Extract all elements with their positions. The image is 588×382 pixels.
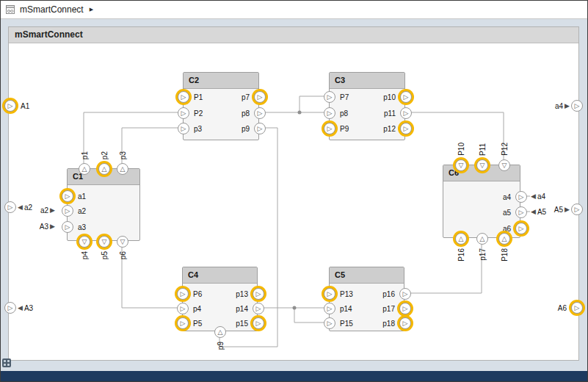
port-c4-P6[interactable]: ▷ P6 — [177, 288, 189, 300]
stub-c6-a4[interactable]: ◀ a4 — [531, 192, 545, 201]
port-label: p13 — [236, 290, 248, 298]
port-c1-p1[interactable]: △ p1 — [79, 163, 90, 175]
port-c4-P5[interactable]: ▷ P5 — [177, 317, 189, 329]
port-circle: ▽ — [498, 159, 510, 171]
port-out-icon: ▷ — [404, 110, 409, 117]
port-c6-p17[interactable]: △ p17 — [476, 233, 488, 245]
port-in-icon: ▷ — [327, 306, 333, 312]
stub-label: A3 — [40, 223, 48, 231]
breadcrumb-expand-icon[interactable]: ▶ — [90, 7, 93, 12]
port-circle: ▷ — [324, 303, 335, 314]
port-c6-a5[interactable]: ▷ a5 — [515, 206, 527, 218]
edge-port-a2-stub[interactable]: ◀ a2 — [18, 203, 32, 212]
port-circle: ▷ — [324, 317, 335, 329]
port-c4-p13[interactable]: ▷ p13 — [253, 288, 264, 300]
port-label: p7 — [242, 93, 250, 101]
port-c5-P15[interactable]: ▷ P15 — [324, 317, 335, 329]
port-c1-a3[interactable]: ▷ a3 — [62, 221, 73, 233]
port-c5-P13[interactable]: ▷ P13 — [324, 288, 335, 300]
port-label: p3 — [194, 125, 202, 133]
port-c1-p3[interactable]: △ p3 — [117, 163, 128, 175]
component-c4[interactable]: C4 ▷ P6 ▷ p4 ▷ P5 ▷ p13 ▷ p14 ▷ p15 △ p9 — [182, 267, 258, 331]
port-c5-p14[interactable]: ▷ p14 — [324, 303, 335, 314]
edge-port-A6[interactable]: ▷ — [571, 302, 583, 314]
port-c3-p10[interactable]: ▷ p10 — [400, 91, 412, 103]
port-circle: ▷ — [177, 317, 189, 329]
port-out-icon: ▷ — [403, 320, 408, 327]
port-c3-P7[interactable]: ▷ P7 — [324, 91, 335, 103]
edge-port-a4-stub[interactable]: a4 ▶ — [555, 102, 570, 110]
wire-c3p11-c6P12[interactable] — [406, 112, 504, 165]
port-c2-p3[interactable]: ▷ p3 — [178, 123, 189, 134]
port-c6-P12[interactable]: ▽ P12 — [498, 159, 510, 171]
port-in-icon: ▷ — [327, 110, 333, 117]
port-c3-p12[interactable]: ▷ p12 — [400, 123, 412, 134]
canvas-overlay-icon[interactable] — [2, 358, 11, 367]
port-c2-P1[interactable]: ▷ P1 — [178, 91, 189, 103]
model-icon — [5, 4, 15, 15]
port-circle: ▷ — [253, 303, 264, 314]
breadcrumb-title[interactable]: mSmartConnect — [20, 4, 84, 15]
port-out-icon: ▷ — [258, 110, 263, 117]
edge-port-A5[interactable]: ▷ — [571, 203, 583, 215]
port-c5-p18[interactable]: ▷ p18 — [399, 317, 411, 329]
port-c6-P10[interactable]: ▽ P10 — [455, 159, 467, 171]
breadcrumb: mSmartConnect ▶ — [1, 1, 587, 19]
port-circle: ▷ — [254, 91, 266, 103]
port-up-icon: △ — [480, 236, 485, 242]
wire-c2P2-c1p1[interactable] — [84, 112, 183, 168]
port-circle: ▷ — [515, 223, 527, 234]
component-c6[interactable]: C6 ▽ P10 ▽ P11 ▽ P12 ▷ a4 ▷ a5 ▷ a6 △ P1… — [443, 165, 520, 238]
port-c2-P2[interactable]: ▷ P2 — [178, 107, 189, 119]
port-c2-p8[interactable]: ▷ p8 — [254, 107, 266, 119]
port-c4-p14[interactable]: ▷ p14 — [253, 303, 264, 314]
port-label: p15 — [236, 320, 248, 328]
port-c1-a2[interactable]: ▷ a2 — [62, 205, 73, 217]
stub-c6-a5[interactable]: ◀ A5 — [531, 208, 546, 216]
stub-label: A5 — [554, 206, 563, 214]
port-out-icon: ▷ — [403, 291, 408, 298]
wire-c1p6-c4p4[interactable] — [122, 241, 182, 308]
stub-c1-a2[interactable]: a2 ▶ — [40, 206, 55, 215]
stub-c1-a3[interactable]: A3 ▶ — [40, 223, 55, 231]
edge-port-A3[interactable]: ▷ — [4, 302, 16, 314]
edge-port-A1[interactable]: ▷ — [4, 100, 16, 112]
wire-c5p16-c6p17[interactable] — [404, 238, 482, 293]
port-c3-p8[interactable]: ▷ p8 — [324, 107, 335, 119]
port-c4-p9[interactable]: △ p9 — [214, 326, 226, 338]
port-c1-p5[interactable]: ▽ p5 — [98, 236, 110, 248]
port-c1-a1[interactable]: ▷ a1 — [62, 190, 73, 202]
stub-label: a4 — [537, 192, 545, 201]
port-c3-p11[interactable]: ▷ p11 — [400, 107, 412, 119]
port-c5-p16[interactable]: ▷ p16 — [399, 288, 411, 300]
edge-port-a2[interactable]: ▷ — [4, 201, 16, 213]
port-c5-p17[interactable]: ▷ p17 — [399, 303, 411, 314]
port-c4-p4[interactable]: ▷ p4 — [177, 303, 189, 314]
component-c1[interactable]: C1 △ p1 △ p2 △ p3 ▷ a1 ▷ a2 ▷ a3 ▽ p4 — [67, 168, 140, 241]
component-c3[interactable]: C3 ▷ P7 ▷ p8 ▷ P9 ▷ p10 ▷ p11 ▷ p12 — [329, 72, 405, 140]
window-bottom-strip — [1, 371, 587, 381]
wire-c2p3-c1p3[interactable] — [122, 128, 183, 168]
stub-label: a2 — [40, 206, 48, 215]
component-c5[interactable]: C5 ▷ P13 ▷ p14 ▷ P15 ▷ p16 ▷ p17 ▷ p18 — [329, 267, 404, 331]
port-c6-P16[interactable]: △ P16 — [455, 233, 467, 245]
port-c4-p15[interactable]: ▷ p15 — [253, 317, 264, 329]
port-circle: ▷ — [62, 190, 73, 202]
edge-port-A3-stub[interactable]: ◀ A3 — [18, 304, 33, 312]
port-c1-p6[interactable]: ▽ p6 — [117, 236, 128, 248]
port-out-icon: ▷ — [519, 194, 524, 201]
edge-port-a4[interactable]: ▷ — [571, 100, 583, 112]
port-c1-p2[interactable]: △ p2 — [98, 163, 110, 175]
port-c1-p4[interactable]: ▽ p4 — [79, 236, 90, 248]
port-c6-P18[interactable]: △ P18 — [498, 233, 510, 245]
edge-port-A5-stub[interactable]: A5 ▶ — [554, 206, 570, 214]
port-c6-P11[interactable]: ▽ P11 — [476, 159, 488, 171]
port-c6-a4[interactable]: ▷ a4 — [515, 191, 527, 203]
port-c2-p7[interactable]: ▷ p7 — [254, 91, 266, 103]
port-c6-a6[interactable]: ▷ a6 — [515, 223, 527, 234]
port-c2-p9[interactable]: ▷ p9 — [254, 123, 266, 134]
port-c3-P9[interactable]: ▷ P9 — [324, 123, 335, 134]
component-c2[interactable]: C2 ▷ P1 ▷ P2 ▷ p3 ▷ p7 ▷ p8 ▷ p9 — [183, 72, 259, 140]
port-out-icon: ▷ — [575, 206, 580, 213]
port-out-icon: ▷ — [258, 126, 263, 132]
